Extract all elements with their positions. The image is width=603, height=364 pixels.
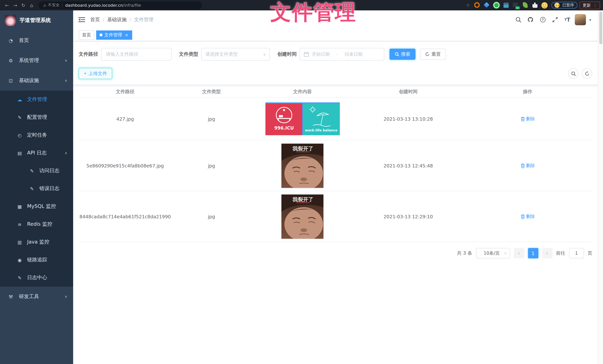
sidebar-item-system-management[interactable]: ⚙ 系统管理 ∨	[0, 50, 73, 70]
select-chevron-down-icon: ∨	[504, 251, 507, 255]
cell-file-path: 5e8609290e915c4fa8b08e67.jpg	[79, 163, 172, 168]
sidebar-item-file-management[interactable]: ☁ 文件管理	[0, 91, 73, 108]
extension-blue-kite-icon[interactable]	[484, 2, 489, 8]
table-row: 427.jpg jpg 996.I	[79, 98, 592, 140]
toolbox-icon: ⚒	[8, 294, 14, 299]
svg-text:work-life balance: work-life balance	[305, 128, 337, 132]
collapse-sidebar-icon[interactable]	[78, 17, 85, 22]
extension-switch-on-icon[interactable]	[513, 2, 519, 8]
eye-icon: ◉	[17, 257, 23, 263]
chevron-up-icon: ∧	[65, 79, 67, 82]
sidebar-item-java-monitor[interactable]: ▥ Java 监控	[0, 233, 73, 251]
tab-close-icon[interactable]: ×	[124, 33, 129, 37]
sidebar-item-tracing[interactable]: ◉ 链路追踪	[0, 251, 73, 269]
chevron-down-icon: ∨	[65, 59, 67, 62]
scrollbar-thumb[interactable]	[599, 11, 602, 44]
breadcrumb-current: 文件管理	[134, 16, 153, 23]
breadcrumb-home[interactable]: 首页	[90, 16, 100, 23]
sidebar-item-api-logs[interactable]: ▤ API 日志 ∧	[0, 144, 73, 162]
sidebar-item-error-logs[interactable]: ✎ 错误日志	[0, 180, 73, 197]
create-time-label: 创建时间	[277, 51, 300, 57]
sidebar-item-mysql-monitor[interactable]: ▦ MySQL 监控	[0, 197, 73, 215]
cell-actions: 删除	[463, 162, 592, 169]
refresh-table-button[interactable]	[582, 68, 592, 79]
not-secure-label[interactable]: 不安全	[48, 3, 60, 8]
app-logo-row[interactable]: 芋道管理系统	[0, 10, 73, 30]
file-type-select[interactable]: 请选择文件类型 ∨	[201, 48, 270, 60]
sidebar-item-home[interactable]: ◔ 首页	[0, 30, 73, 50]
bookmark-star-icon[interactable]: ☆	[464, 3, 472, 8]
tab-label: 文件管理	[104, 32, 122, 38]
search-icon	[571, 71, 576, 76]
file-preview-crying-baby[interactable]: 我裂开了	[281, 144, 324, 188]
browser-home-icon[interactable]: ⌂	[27, 2, 36, 8]
next-page-button[interactable]: ›	[542, 248, 552, 258]
avatar-caret-down-icon[interactable]: ▾	[589, 18, 591, 22]
tab-home[interactable]: 首页	[79, 30, 94, 40]
github-icon[interactable]	[526, 15, 535, 24]
browser-menu-kebab-icon[interactable]: ⋮	[593, 3, 597, 8]
fullscreen-icon[interactable]	[550, 15, 560, 24]
table-row: 5e8609290e915c4fa8b08e67.jpg jpg	[79, 140, 592, 191]
breadcrumb-infrastructure[interactable]: 基础设施	[107, 16, 127, 23]
file-path-input[interactable]	[101, 48, 172, 60]
sidebar: 芋道管理系统 ◔ 首页 ⚙ 系统管理 ∨ ⊡ 基础设施 ∧ ☁ 文件管理	[0, 10, 73, 364]
sidebar-item-redis-monitor[interactable]: ≡ Redis 监控	[0, 215, 73, 233]
search-button[interactable]: 搜索	[390, 49, 416, 60]
file-preview-crying-baby[interactable]: 我裂开了	[281, 194, 324, 239]
tab-file-management[interactable]: 文件管理 ×	[96, 30, 132, 40]
toggle-search-button[interactable]	[568, 68, 579, 79]
sidebar-item-config-management[interactable]: ✎ 配置管理	[0, 108, 73, 126]
page-size-select[interactable]: 10条/页 ∨	[476, 248, 510, 258]
file-type-placeholder: 请选择文件类型	[205, 51, 263, 57]
prev-page-button[interactable]: ‹	[514, 248, 524, 258]
cell-file-type: jpg	[172, 163, 251, 168]
extension-leaf-icon[interactable]	[522, 2, 528, 8]
extension-grid-icon[interactable]	[503, 2, 509, 8]
page-scrollbar[interactable]	[598, 10, 603, 364]
browser-update-button[interactable]: 更新 ⋮	[580, 1, 600, 9]
sidebar-item-label: 链路追踪	[27, 257, 47, 263]
header-search-icon[interactable]	[513, 15, 523, 24]
goto-page-input[interactable]	[569, 248, 584, 258]
main-area: 首页 / 基础设施 / 文件管理 ?	[73, 10, 598, 364]
refresh-icon	[585, 71, 590, 76]
delete-button[interactable]: 删除	[520, 162, 535, 169]
sidebar-item-log-center[interactable]: ✎ 日志中心	[0, 269, 73, 287]
emoji-extension-icon[interactable]	[541, 2, 547, 8]
end-date-placeholder[interactable]: 结束日期	[345, 51, 363, 57]
browser-reload-icon[interactable]: ↻	[19, 2, 27, 8]
start-date-placeholder[interactable]: 开始日期	[312, 51, 330, 57]
upload-file-button[interactable]: + 上传文件	[79, 68, 112, 79]
delete-button[interactable]: 删除	[520, 213, 535, 220]
cell-create-time: 2021-03-13 12:45:48	[353, 163, 463, 168]
file-preview-996-icu[interactable]: 996.ICU work-life balance	[265, 102, 340, 135]
sidebar-item-access-logs[interactable]: ✎ 访问日志	[0, 162, 73, 180]
address-bar[interactable]: ⚠ 不安全 dashboard.yudao.iocoder.cn /infra/…	[39, 1, 202, 9]
help-icon[interactable]: ?	[538, 15, 548, 24]
sidebar-item-dev-tools[interactable]: ⚒ 研发工具 ∨	[0, 287, 73, 307]
user-avatar[interactable]	[575, 14, 586, 25]
extension-puzzle-icon[interactable]	[532, 2, 538, 8]
paused-badge[interactable]: 已暂停	[551, 2, 577, 9]
cell-actions: 删除	[463, 116, 592, 122]
tab-label: 首页	[82, 32, 91, 38]
sidebar-item-infrastructure[interactable]: ⊡ 基础设施 ∧	[0, 70, 73, 91]
table-toolbar: + 上传文件	[79, 68, 592, 79]
select-chevron-down-icon: ∨	[263, 52, 266, 56]
file-type-label: 文件类型	[179, 51, 201, 57]
date-range-picker[interactable]: 开始日期 - 结束日期	[300, 48, 384, 60]
reset-button[interactable]: 重置	[420, 49, 446, 60]
search-form: 文件路径 文件类型 请选择文件类型 ∨ 创建时间 开始日期 - 结束日期	[79, 48, 592, 60]
extension-green-circle-icon[interactable]	[493, 2, 499, 8]
monitor-icon: ⊡	[8, 78, 14, 83]
app-logo	[5, 15, 16, 26]
browser-back-icon[interactable]: ←	[3, 2, 11, 8]
font-size-icon[interactable]: TT	[563, 15, 572, 24]
chart-monitor-icon: ▥	[17, 239, 23, 245]
extension-orange-ring-icon[interactable]	[474, 2, 480, 8]
page-number-1[interactable]: 1	[528, 248, 538, 258]
browser-forward-icon[interactable]: →	[11, 2, 19, 8]
sidebar-item-scheduled-tasks[interactable]: ◴ 定时任务	[0, 126, 73, 144]
delete-button[interactable]: 删除	[520, 116, 535, 122]
